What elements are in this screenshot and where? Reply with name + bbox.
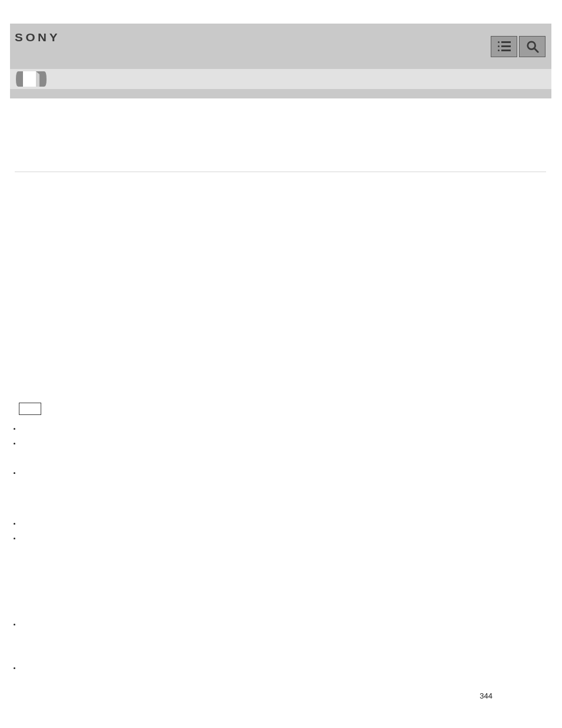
svg-line-1 — [534, 48, 537, 51]
header-actions — [491, 36, 546, 57]
page-number: 344 — [480, 691, 492, 700]
search-icon — [526, 40, 539, 53]
document-icon[interactable] — [15, 69, 48, 89]
divider — [15, 172, 546, 172]
gray-strip — [10, 89, 551, 98]
top-margin — [0, 0, 562, 24]
menu-button[interactable] — [491, 36, 517, 57]
small-box — [19, 403, 41, 415]
search-button[interactable] — [519, 36, 546, 57]
brand-logo: SONY — [15, 32, 60, 44]
subheader-bar — [10, 69, 551, 89]
header-bar: SONY — [10, 24, 551, 69]
list-icon — [498, 41, 511, 51]
